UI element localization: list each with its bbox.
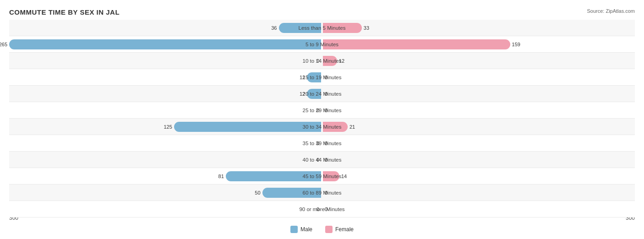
left-half: 0	[9, 204, 322, 214]
chart-row: 0 25 to 29 Minutes 0	[9, 102, 635, 119]
bar-container: 12 15 to 19 Minutes 0	[9, 69, 635, 85]
chart-row: 12 20 to 24 Minutes 0	[9, 86, 635, 102]
chart-row: 0 90 or more Minutes 0	[9, 201, 635, 217]
left-half: 0	[9, 138, 322, 148]
chart-container: COMMUTE TIME BY SEX IN JAL Source: ZipAt…	[0, 0, 644, 239]
row-label: 5 to 9 Minutes	[306, 42, 338, 47]
left-half: 12	[9, 72, 322, 82]
chart-row: 0 35 to 39 Minutes 0	[9, 135, 635, 152]
row-label: 10 to 14 Minutes	[302, 58, 341, 64]
left-half: 50	[9, 188, 322, 198]
female-value: 21	[349, 124, 355, 130]
female-value: 33	[364, 25, 369, 31]
left-half: 81	[9, 171, 322, 181]
female-value: 14	[341, 174, 347, 179]
left-half: 0	[9, 155, 322, 165]
bar-container: 50 60 to 89 Minutes 0	[9, 185, 635, 201]
right-half: 33	[322, 23, 635, 33]
row-label: 35 to 39 Minutes	[302, 141, 341, 146]
bar-male: 265	[9, 39, 321, 49]
bar-container: 125 30 to 34 Minutes 21	[9, 119, 635, 135]
right-half: 0	[322, 188, 635, 198]
left-half: 36	[9, 23, 322, 33]
right-half: 0	[322, 89, 635, 99]
bar-container: 81 45 to 59 Minutes 14	[9, 168, 635, 184]
row-label: 90 or more Minutes	[299, 206, 344, 212]
bar-container: 265 5 to 9 Minutes 159	[9, 36, 635, 52]
bar-container: 36 Less than 5 Minutes 33	[9, 20, 635, 36]
bar-container: 0 35 to 39 Minutes 0	[9, 135, 635, 151]
left-half: 265	[9, 39, 322, 49]
chart-row: 81 45 to 59 Minutes 14	[9, 168, 635, 185]
male-value: 265	[0, 42, 7, 47]
bar-container: 0 90 or more Minutes 0	[9, 201, 635, 217]
source-label: Source: ZipAtlas.com	[587, 8, 635, 14]
left-half: 125	[9, 122, 322, 132]
row-label: 25 to 29 Minutes	[302, 108, 341, 113]
left-half: 12	[9, 89, 322, 99]
female-value: 159	[512, 42, 520, 47]
male-value: 50	[255, 190, 260, 196]
bar-container: 0 40 to 44 Minutes 0	[9, 152, 635, 168]
chart-title: COMMUTE TIME BY SEX IN JAL	[9, 8, 635, 16]
right-half: 21	[322, 122, 635, 132]
right-half: 14	[322, 171, 635, 181]
bar-male: 125	[174, 122, 321, 132]
bar-container: 12 20 to 24 Minutes 0	[9, 86, 635, 102]
chart-row: 0 40 to 44 Minutes 0	[9, 152, 635, 168]
right-half: 12	[322, 56, 635, 66]
row-label: 45 to 59 Minutes	[302, 174, 341, 179]
chart-area: 36 Less than 5 Minutes 33 265 5 to 9 Min…	[9, 20, 635, 212]
legend-male-box	[290, 226, 298, 233]
legend: Male Female	[9, 226, 635, 233]
chart-row: 12 15 to 19 Minutes 0	[9, 69, 635, 86]
male-value: 81	[218, 174, 224, 179]
left-half: 0	[9, 56, 322, 66]
row-label: 60 to 89 Minutes	[302, 190, 341, 196]
right-half: 0	[322, 105, 635, 115]
chart-row: 36 Less than 5 Minutes 33	[9, 20, 635, 36]
bar-female: 159	[323, 39, 510, 49]
chart-row: 50 60 to 89 Minutes 0	[9, 185, 635, 201]
row-label: 30 to 34 Minutes	[302, 124, 341, 130]
row-label: 15 to 19 Minutes	[302, 75, 341, 80]
row-label: 20 to 24 Minutes	[302, 91, 341, 97]
legend-male-label: Male	[300, 226, 312, 233]
legend-female-label: Female	[335, 226, 354, 233]
right-half: 0	[322, 72, 635, 82]
right-half: 0	[322, 155, 635, 165]
legend-female: Female	[325, 226, 354, 233]
row-label: 40 to 44 Minutes	[302, 157, 341, 163]
legend-female-box	[325, 226, 333, 233]
left-half: 0	[9, 105, 322, 115]
bar-container: 0 25 to 29 Minutes 0	[9, 102, 635, 118]
right-half: 0	[322, 204, 635, 214]
right-half: 0	[322, 138, 635, 148]
legend-male: Male	[290, 226, 312, 233]
chart-row: 125 30 to 34 Minutes 21	[9, 119, 635, 135]
chart-row: 0 10 to 14 Minutes 12	[9, 53, 635, 69]
male-value: 125	[164, 124, 172, 130]
row-label: Less than 5 Minutes	[299, 25, 346, 31]
male-value: 36	[271, 25, 277, 31]
chart-row: 265 5 to 9 Minutes 159	[9, 36, 635, 53]
right-half: 159	[322, 39, 635, 49]
bar-container: 0 10 to 14 Minutes 12	[9, 53, 635, 69]
